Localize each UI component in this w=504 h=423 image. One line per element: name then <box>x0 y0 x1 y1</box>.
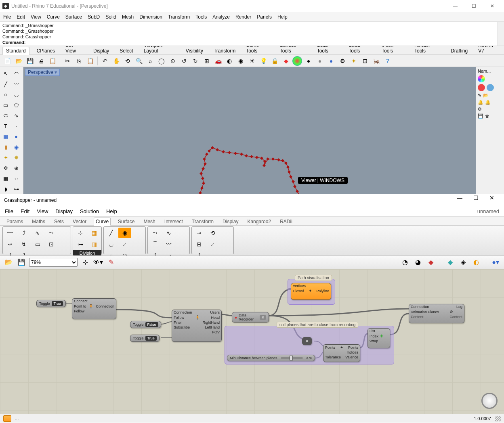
bell2-icon[interactable]: 🔔 <box>485 100 491 105</box>
copy-tool-icon[interactable]: ⊕ <box>11 163 21 173</box>
text-icon[interactable]: T <box>1 121 10 131</box>
menu-item[interactable]: Transform <box>168 14 190 20</box>
node-data-recorder[interactable]: ●Data Recorder✕ <box>232 312 269 322</box>
blue-icon[interactable] <box>487 84 494 91</box>
component-icon[interactable]: ⟋ <box>118 239 131 249</box>
component-icon[interactable]: 〰 <box>4 228 17 238</box>
compass-knob[interactable] <box>481 393 498 409</box>
gh-tab[interactable]: Display <box>221 218 240 225</box>
component-icon[interactable]: ◡ <box>105 239 118 249</box>
polygon-icon[interactable]: ⬠ <box>11 100 21 110</box>
gh-menu-item[interactable]: Solution <box>80 208 99 214</box>
redo-view-icon[interactable]: ↻ <box>191 56 200 66</box>
gh-tab[interactable]: Vector <box>71 218 88 225</box>
light-icon[interactable]: 💡 <box>258 56 268 66</box>
component-icon[interactable]: ⤴ <box>17 228 30 238</box>
dim-icon[interactable]: ↔ <box>11 174 21 183</box>
menu-item[interactable]: File <box>3 14 11 20</box>
help-icon[interactable]: ? <box>383 56 393 66</box>
named-view-icon[interactable]: ◐ <box>225 56 234 66</box>
node-animation-planes[interactable]: ConnectionLog Animation Planes⟳ ContentC… <box>409 304 464 323</box>
new-icon[interactable]: 📄 <box>2 56 12 66</box>
line-icon[interactable]: ╱ <box>1 79 10 89</box>
gh-maximize-button[interactable]: ☐ <box>468 195 484 206</box>
preview-icon[interactable]: 👁▾ <box>93 257 103 268</box>
toolbar-tab[interactable]: Transform <box>210 47 239 54</box>
toolbar-tab[interactable]: Drafting <box>447 47 471 54</box>
node-polyline[interactable]: Vertices Closed✦Polyline <box>291 283 331 300</box>
curve-icon[interactable]: ∿ <box>11 111 21 120</box>
sphere-icon[interactable]: ● <box>11 132 21 141</box>
properties-icon[interactable]: ✦ <box>349 56 359 66</box>
menu-item[interactable]: Mesh <box>122 14 134 20</box>
polyline-icon[interactable]: 〰 <box>11 79 21 89</box>
gh-close-button[interactable]: ✕ <box>484 195 500 206</box>
component-icon[interactable]: ⊡ <box>45 239 58 249</box>
component-icon[interactable]: ⤻ <box>4 239 17 249</box>
node-toggle[interactable]: Toggle True <box>36 300 66 307</box>
options-icon[interactable]: ⚙ <box>338 56 347 66</box>
component-icon[interactable]: ∿ <box>162 228 175 238</box>
component-icon[interactable]: ⊟ <box>193 239 206 249</box>
gh-tab[interactable]: Kangaroo2 <box>246 218 273 225</box>
point-icon[interactable]: · <box>11 121 21 131</box>
gh-minimize-button[interactable]: — <box>452 195 468 206</box>
component-icon[interactable]: ⟋ <box>206 239 219 249</box>
hide-icon[interactable]: ⊡ <box>360 56 370 66</box>
boolean-icon[interactable]: ✦ <box>1 153 10 162</box>
command-history[interactable]: Command: _Grasshopper Command: _Grasshop… <box>0 22 504 46</box>
delete-icon[interactable]: 🗑 <box>485 114 489 119</box>
undo-icon[interactable]: ↶ <box>100 56 110 66</box>
folder-icon[interactable]: 📂 <box>483 93 489 98</box>
toolbar-tab[interactable]: Display <box>90 47 112 54</box>
bell-icon[interactable]: 🔔 <box>478 100 483 105</box>
menu-item[interactable]: Dimension <box>139 14 162 20</box>
open-icon[interactable]: 📂 <box>3 257 14 268</box>
component-icon[interactable]: 〰 <box>162 239 175 249</box>
component-icon[interactable]: ⊸ <box>193 228 206 238</box>
menu-item[interactable]: Surface <box>65 14 82 20</box>
autosave-icon[interactable] <box>3 415 11 422</box>
revolve-icon[interactable]: ◉ <box>11 142 21 152</box>
zoom-sel-icon[interactable]: ⊙ <box>168 56 178 66</box>
toolbar-tab[interactable]: Select <box>116 47 136 54</box>
gh-tab[interactable]: Intersect <box>163 218 185 225</box>
cut-icon[interactable]: ✂ <box>63 56 72 66</box>
close-button[interactable]: ✕ <box>483 0 502 12</box>
gh-tab[interactable]: Mesh <box>142 218 157 225</box>
menu-item[interactable]: View <box>31 14 41 20</box>
display-shade-icon[interactable]: ◕ <box>413 257 423 268</box>
menu-item[interactable]: Curve <box>47 14 60 20</box>
pointer-icon[interactable]: ↖ <box>1 69 10 78</box>
display-red-icon[interactable]: ◆ <box>426 257 436 268</box>
sphere3-icon[interactable]: ● <box>326 56 336 66</box>
component-icon[interactable]: ⊶ <box>74 239 87 249</box>
gh-tab[interactable]: Transform <box>190 218 215 225</box>
node-subscribe[interactable]: ConnectionUsers Follow🧍Head FilterRightH… <box>172 310 222 342</box>
paste-icon[interactable]: 📋 <box>48 56 57 66</box>
resize-grip-icon[interactable] <box>495 416 501 421</box>
menu-item[interactable]: Analyze <box>212 14 230 20</box>
gh-tab[interactable]: Sets <box>52 218 65 225</box>
menu-item[interactable]: Help <box>277 14 288 20</box>
preview-off-icon[interactable]: ◆ <box>445 257 456 268</box>
menu-item[interactable]: Edit <box>17 14 25 20</box>
zoom-fit-icon[interactable]: ⊹ <box>80 257 90 268</box>
menu-item[interactable]: Solid <box>105 14 116 20</box>
gh-menu-item[interactable]: Display <box>55 208 73 214</box>
color-wheel-icon[interactable] <box>478 75 485 82</box>
maximize-button[interactable]: ☐ <box>464 0 483 12</box>
preview-sel-icon[interactable]: ◈ <box>458 257 468 268</box>
mesh-icon[interactable]: ▦ <box>1 174 10 183</box>
sel-icon[interactable]: ◉ <box>236 56 246 66</box>
node-cull-points[interactable]: Points✦Points Indices ToleranceValence <box>323 344 360 362</box>
toolbar-tab-standard[interactable]: Standard <box>2 47 29 55</box>
settings-icon[interactable]: ⚙ <box>478 107 482 112</box>
copy-icon[interactable]: ⎘ <box>74 56 84 66</box>
red-icon[interactable] <box>478 84 485 91</box>
ellipse-icon[interactable]: ⬭ <box>1 111 10 120</box>
move-icon[interactable]: ✥ <box>1 163 10 173</box>
node-list-item[interactable]: List Index✚ Wrap <box>368 328 390 348</box>
gh-tab[interactable]: RADii <box>278 218 294 225</box>
material-icon[interactable] <box>292 56 302 66</box>
